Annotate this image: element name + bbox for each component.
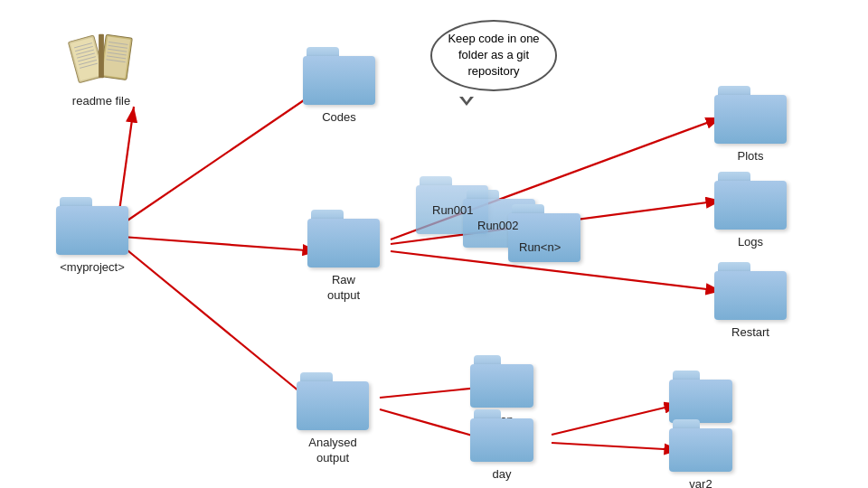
restart-node: Restart <box>714 262 787 341</box>
restart-label: Restart <box>731 325 769 341</box>
readme-label: readme file <box>72 94 130 109</box>
var2-node: var2 <box>669 419 732 488</box>
raw-output-label: Rawoutput <box>327 273 360 304</box>
codes-label: Codes <box>322 110 356 126</box>
codes-folder-icon <box>303 47 375 105</box>
myproject-folder-icon <box>56 197 128 255</box>
runnth-label: Run<n> <box>519 240 561 254</box>
svg-line-4 <box>118 242 315 404</box>
logs-node: Logs <box>714 172 787 250</box>
book-icon <box>65 25 137 89</box>
day-folder-icon <box>470 409 533 462</box>
speech-bubble-text: Keep code in one folder as a git reposit… <box>448 32 539 78</box>
var2-folder-icon <box>669 419 732 472</box>
restart-folder-icon <box>714 262 787 320</box>
myproject-node: <myproject> <box>56 197 128 276</box>
run002-label: Run002 <box>477 219 519 232</box>
run001-label: Run001 <box>432 203 474 217</box>
raw-output-folder-icon <box>307 210 380 267</box>
svg-line-2 <box>122 87 324 224</box>
plots-node: Plots <box>714 86 787 164</box>
speech-bubble: Keep code in one folder as a git reposit… <box>430 20 557 91</box>
myproject-label: <myproject> <box>60 260 125 276</box>
day-node: day <box>470 409 533 483</box>
analysed-output-node: Analysedoutput <box>297 372 369 466</box>
var1-folder-icon <box>669 371 732 423</box>
plots-label: Plots <box>738 149 764 164</box>
svg-line-11 <box>552 443 680 450</box>
mon-folder-icon <box>470 355 533 408</box>
raw-output-node: Rawoutput <box>307 210 380 304</box>
analysed-output-label: Analysedoutput <box>308 436 356 466</box>
codes-node: Codes <box>303 47 375 126</box>
logs-folder-icon <box>714 172 787 230</box>
analysed-output-folder-icon <box>297 372 369 430</box>
plots-folder-icon <box>714 86 787 144</box>
readme-node: readme file <box>65 25 137 109</box>
logs-label: Logs <box>738 235 763 250</box>
day-label: day <box>493 467 512 483</box>
var2-label: var2 <box>689 477 712 488</box>
svg-line-10 <box>552 404 680 435</box>
svg-line-3 <box>122 237 318 251</box>
svg-rect-29 <box>99 34 104 79</box>
